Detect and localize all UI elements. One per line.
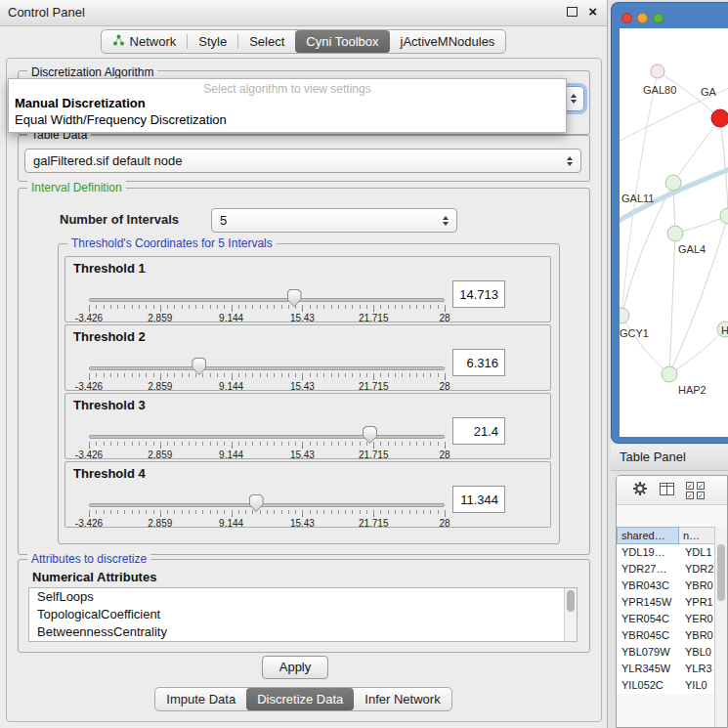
minimize-window-icon[interactable] <box>637 13 648 23</box>
slider-track[interactable] <box>89 503 445 507</box>
attributes-group-title: Attributes to discretize <box>27 552 150 566</box>
tab-jactivemnodules-label: jActiveMNodules <box>401 34 495 49</box>
cell[interactable]: YBL0 <box>679 644 716 661</box>
cell[interactable]: YER0 <box>679 611 716 627</box>
close-window-icon[interactable] <box>621 13 632 23</box>
gear-icon[interactable] <box>632 481 648 500</box>
table-row[interactable]: YLR345WYLR3 <box>617 661 716 677</box>
slider-track[interactable] <box>89 435 445 439</box>
list-item[interactable]: TopologicalCoefficient <box>29 606 577 623</box>
cell[interactable]: YDR2 <box>679 561 716 578</box>
table-row[interactable]: YER054CYER0 <box>617 611 716 627</box>
close-icon[interactable]: × <box>588 4 597 20</box>
float-window-icon[interactable] <box>567 7 578 17</box>
cell[interactable]: YPR145W <box>617 594 679 611</box>
cell[interactable]: YPR1 <box>679 594 716 611</box>
cell[interactable]: YLR345W <box>617 661 679 677</box>
dropdown-item-equal-width-frequency[interactable]: Equal Width/Frequency Discretization <box>15 112 227 127</box>
threshold-2-slider[interactable]: -3.426 2.859 9.144 15.43 21.715 28 <box>89 353 445 390</box>
cell[interactable]: YBR045C <box>617 627 679 644</box>
scale-label: 28 <box>439 381 450 392</box>
cell[interactable]: YIL052C <box>617 677 679 694</box>
column-header-name[interactable]: n… <box>679 527 716 544</box>
table-row[interactable]: YIL052CYIL0 <box>617 677 716 694</box>
table-panel-title: Table Panel <box>620 450 686 464</box>
threshold-4-slider[interactable]: -3.426 2.859 9.144 15.43 21.715 28 <box>89 490 445 527</box>
tab-jactivemnodules[interactable]: jActiveMNodules <box>390 30 506 53</box>
row-selection-icons[interactable]: ✓ ✓ ✓ ✓ <box>686 482 706 499</box>
slider-thumb[interactable] <box>249 494 264 512</box>
network-canvas[interactable]: GAL80 GA GAL11 GAL4 GCY1 HAP2 H <box>620 28 728 437</box>
scrollbar-thumb[interactable] <box>717 544 725 601</box>
network-node-selected[interactable] <box>711 109 728 127</box>
tab-network[interactable]: Network <box>102 30 188 53</box>
node-label: GAL11 <box>621 193 654 204</box>
table-row[interactable]: YPR145WYPR1 <box>617 594 716 611</box>
node-label: GAL4 <box>678 243 706 255</box>
threshold-2-value-field[interactable] <box>452 349 505 376</box>
apply-button[interactable]: Apply <box>262 656 328 679</box>
network-node[interactable] <box>620 308 629 323</box>
cell[interactable]: YLR3 <box>679 661 716 677</box>
slider-scale: -3.426 2.859 9.144 15.43 21.715 28 <box>89 450 445 460</box>
table-row[interactable]: YDR27…YDR2 <box>617 561 716 578</box>
network-node[interactable] <box>665 175 681 191</box>
slider-thumb[interactable] <box>192 358 206 375</box>
cell[interactable]: YDR27… <box>617 561 679 578</box>
dropdown-item-manual-discretization[interactable]: Manual Discretization <box>15 96 146 110</box>
threshold-1-slider[interactable]: -3.426 2.859 9.144 15.43 21.715 28 <box>89 284 445 321</box>
list-item[interactable]: BetweennessCentrality <box>29 623 577 641</box>
cell[interactable]: YDL19… <box>617 544 679 561</box>
threshold-4-value-field[interactable] <box>452 486 505 513</box>
cell[interactable]: YIL0 <box>679 677 716 694</box>
table-row[interactable]: YBR043CYBR0 <box>617 578 716 594</box>
tab-impute-data[interactable]: Impute Data <box>155 688 246 710</box>
slider-track[interactable] <box>89 366 445 370</box>
slider-thumb[interactable] <box>363 426 377 444</box>
column-header-shared-name[interactable]: shared… <box>617 527 679 544</box>
tab-select[interactable]: Select <box>238 30 295 53</box>
scrollbar-thumb[interactable] <box>567 590 575 612</box>
cell[interactable]: YDL1 <box>679 544 716 561</box>
cell[interactable]: YBR0 <box>679 578 716 594</box>
number-of-intervals-combobox[interactable]: 5 <box>211 208 457 233</box>
scale-label: 21.715 <box>359 313 389 323</box>
tab-cyni-toolbox[interactable]: Cyni Toolbox <box>295 30 389 53</box>
tab-style[interactable]: Style <box>188 30 237 53</box>
bottom-tab-group: Impute Data Discretize Data Infer Networ… <box>154 687 451 711</box>
threshold-1-value-field[interactable] <box>452 280 505 308</box>
network-node[interactable] <box>667 226 683 241</box>
cell[interactable]: YBL079W <box>617 644 679 661</box>
zoom-window-icon[interactable] <box>653 13 664 23</box>
threshold-3-slider[interactable]: -3.426 2.859 9.144 15.43 21.715 28 <box>89 421 445 458</box>
slider-track[interactable] <box>89 298 445 302</box>
list-scrollbar[interactable] <box>564 588 577 641</box>
network-node[interactable] <box>651 64 664 78</box>
table-row[interactable]: YBL079WYBL0 <box>617 644 716 661</box>
table-data-combobox[interactable]: galFiltered.sif default node <box>24 149 581 173</box>
network-view-window[interactable]: GAL80 GA GAL11 GAL4 GCY1 HAP2 H <box>611 2 728 444</box>
slider-scale: -3.426 2.859 9.144 15.43 21.715 28 <box>89 381 445 392</box>
network-node[interactable] <box>720 208 728 224</box>
checkbox-icon: ✓ <box>697 492 705 499</box>
network-tab-icon <box>112 34 125 49</box>
network-node[interactable] <box>662 366 677 382</box>
table-row[interactable]: YBR045CYBR0 <box>617 627 716 644</box>
tab-infer-network[interactable]: Infer Network <box>354 688 450 710</box>
threshold-3-value-field[interactable] <box>452 417 505 445</box>
cell[interactable]: YBR0 <box>679 627 716 644</box>
tab-discretize-data[interactable]: Discretize Data <box>246 688 354 710</box>
cell[interactable]: YER054C <box>617 611 679 627</box>
table-row[interactable]: YDL19…YDL1 <box>617 544 716 561</box>
control-panel-titlebar[interactable]: Control Panel × <box>0 0 607 26</box>
interval-definition-group-title: Interval Definition <box>27 181 126 194</box>
select-columns-icon[interactable] <box>660 482 674 499</box>
node-label: GAL80 <box>643 84 676 96</box>
table-panel-titlebar[interactable]: Table Panel <box>611 445 728 471</box>
combo-arrows-icon <box>443 216 449 226</box>
table-scrollbar[interactable] <box>714 527 727 727</box>
list-item[interactable]: SelfLoops <box>29 588 577 606</box>
numerical-attributes-list[interactable]: SelfLoops TopologicalCoefficient Between… <box>28 587 578 642</box>
cell[interactable]: YBR043C <box>617 578 679 594</box>
slider-thumb[interactable] <box>287 289 302 307</box>
